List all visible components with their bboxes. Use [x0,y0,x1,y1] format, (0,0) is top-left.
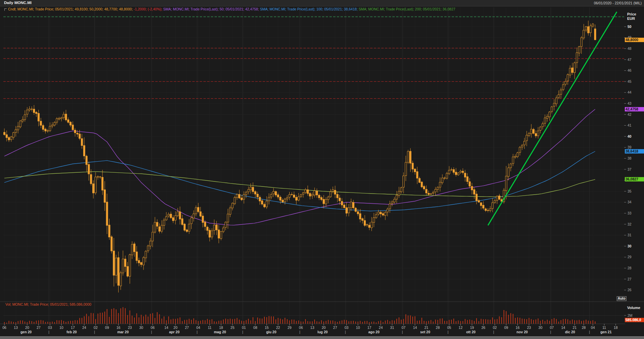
y-tick-label: 47 [627,58,632,62]
price-axis-title: Price [627,12,636,16]
y-tick-label: 35 [627,189,632,193]
main-legend: Cndl; MONC.MI; Trade Price; 05/01/2021; … [4,7,455,11]
month-label: set 20 [420,330,430,334]
y-tick-label: 50 [627,25,632,29]
x-tick-label: 03 [345,326,349,330]
y-tick-label: 38 [627,156,632,160]
x-tick-label: 06 [2,326,6,330]
legend-sma200-series[interactable]: SMA; MONC.MI; Trade Price(Last); 200; 05… [359,7,455,11]
x-tick-label: 21 [424,326,428,330]
legend-sma100-series[interactable]: SMA; MONC.MI; Trade Price(Last); 100; 05… [260,7,359,11]
sma100-badge: 38,6418 [625,149,644,154]
month-label: gen 21 [600,330,611,334]
x-tick-label: 28 [582,326,586,330]
price-axis-currency: EUR [627,16,635,21]
x-tick-label: 18 [614,326,618,330]
x-tick-label: 13 [310,326,314,330]
x-tick-label: 19 [470,326,474,330]
y-tick-label: 28 [627,266,632,270]
month-label: nov 20 [517,330,528,334]
x-tick-label: 16 [117,326,121,330]
x-tick-label: 30 [139,326,143,330]
x-tick-label: 28 [436,326,440,330]
month-separator: | [589,330,590,334]
price-axis: 5049484746454443424140393837363534333231… [624,25,633,317]
chart-plot-area[interactable] [3,7,624,324]
x-tick-label: 06 [299,326,303,330]
x-tick-label: 24 [379,326,383,330]
x-tick-label: 17 [71,326,75,330]
x-tick-label: 21 [573,326,577,330]
y-tick-label: 30 [627,244,632,248]
month-label: giu 20 [266,330,277,334]
month-separator: | [197,330,198,334]
x-tick-label: 01 [242,326,246,330]
x-tick-label: 17 [367,326,372,330]
time-axis: 0613202703101724020916233006142027041118… [2,324,618,334]
x-tick-label: 13 [14,326,18,330]
month-label: ott 20 [466,330,476,334]
month-label: ago 20 [368,330,379,334]
x-tick-label: 27 [185,326,189,330]
window-bottom-edge [0,336,644,339]
x-tick-label: 16 [516,326,520,330]
month-separator: | [550,330,551,334]
legend-sma50-series[interactable]: SMA; MONC.MI; Trade Price(Last); 50; 05/… [163,7,260,11]
chart-canvas[interactable]: 5049484746454443424140393837363534333231… [0,0,644,339]
month-label: dic 20 [565,330,575,334]
x-tick-label: 24 [82,326,86,330]
volume-legend[interactable]: Vol; MONC.MI; Trade Price; 05/01/2021; 5… [5,302,91,306]
y-tick-label: 43 [627,101,632,105]
month-label: mar 20 [117,330,129,334]
y-tick-label: 29 [627,255,632,259]
x-tick-label: 06 [151,326,155,330]
y-tick-label: 34 [627,200,632,204]
month-separator: | [242,330,243,334]
x-tick-label: 02 [493,326,497,330]
x-tick-label: 20 [25,326,29,330]
x-tick-label: 20 [322,326,326,330]
x-tick-label: 09 [105,326,109,330]
chart-titlebar: Daily MONC.MI 06/01/2020 - 22/01/2021 (M… [0,0,644,6]
x-tick-label: 26 [481,326,485,330]
y-tick-label: 46 [627,68,632,72]
month-separator: | [94,330,95,334]
x-tick-label: 02 [94,326,98,330]
y-tick-label: 37 [627,167,632,171]
x-tick-label: 12 [459,326,463,330]
chart-title: Daily MONC.MI [4,1,32,5]
x-tick-label: 27 [333,326,337,330]
month-separator: | [402,330,403,334]
x-tick-label: 08 [253,326,257,330]
month-label: gen 20 [21,330,32,334]
x-tick-label: 25 [230,326,234,330]
month-separator: | [448,330,449,334]
legend-candle-series[interactable]: Cndl; MONC.MI; Trade Price; 05/01/2021; … [8,7,134,11]
month-separator: | [345,330,346,334]
x-tick-label: 23 [527,326,531,330]
x-tick-label: 05 [447,326,451,330]
sma200-badge: 36,0827 [625,177,644,181]
month-label: apr 20 [169,330,180,334]
x-tick-label: 27 [37,326,41,330]
y-tick-label: 48 [627,46,632,50]
legend-change-value: -1,2000; (-2,40%); [134,7,163,11]
x-tick-label: 22 [276,326,280,330]
sma50-badge: 42,4758 [625,107,644,111]
y-tick-label: 39 [627,145,632,149]
month-separator: | [299,330,300,334]
x-tick-label: 11 [603,326,606,330]
x-tick-label: 23 [128,326,132,330]
x-tick-label: 18 [219,326,223,330]
y-tick-label: 33 [627,211,632,215]
y-tick-label: 45 [627,79,632,83]
x-tick-label: 14 [561,326,565,330]
last-price-badge: 48,8000 [625,38,644,42]
chart-window: Daily MONC.MI 06/01/2020 - 22/01/2021 (M… [0,0,644,339]
x-tick-label: 10 [356,326,360,330]
month-label: feb 20 [67,330,77,334]
month-label: mag 20 [214,330,226,334]
x-tick-label: 04 [196,326,200,330]
x-tick-label: 29 [288,326,292,330]
auto-scale-button[interactable]: Auto [617,296,626,301]
